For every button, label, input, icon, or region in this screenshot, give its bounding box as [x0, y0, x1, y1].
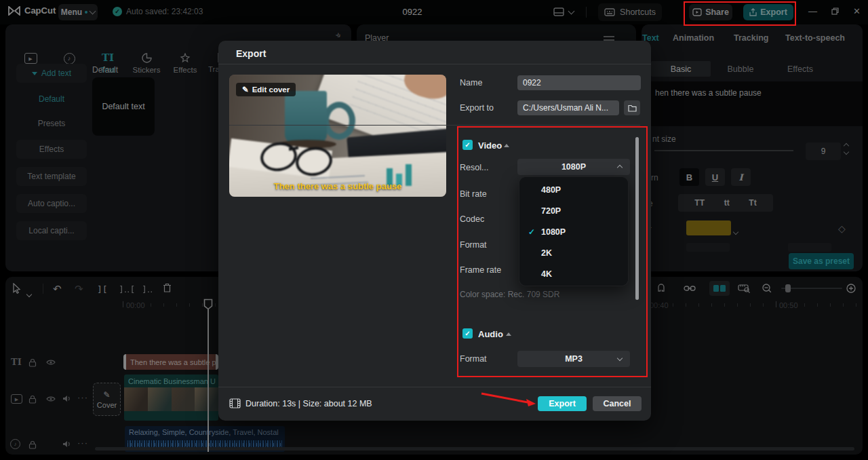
- top-bar: CapCut Menu ✓ Auto saved: 23:42:03 0922 …: [0, 0, 868, 24]
- playhead-handle[interactable]: [203, 299, 213, 310]
- titlecase-button[interactable]: Tt: [749, 198, 756, 208]
- color-swatch[interactable]: [686, 221, 731, 235]
- delete-tool[interactable]: [163, 283, 172, 292]
- menu-item-2k[interactable]: 2K: [519, 242, 628, 263]
- lock-icon[interactable]: [28, 395, 37, 404]
- audio-checkbox[interactable]: ✓: [462, 328, 473, 339]
- subtab-effects[interactable]: Effects: [770, 61, 830, 77]
- keyframe-diamond-icon[interactable]: ◇: [838, 223, 846, 234]
- sidebar-item-default[interactable]: Default: [16, 90, 87, 109]
- section-title: Default: [92, 65, 118, 75]
- more-icon[interactable]: ···: [77, 392, 88, 402]
- video-checkbox[interactable]: ✓: [462, 140, 473, 150]
- cover-caption: Then there was a subtle pause: [229, 181, 446, 191]
- ruler-label-0050: 00:50: [779, 301, 798, 309]
- menu-button[interactable]: Menu: [58, 4, 98, 20]
- audio-format-dropdown[interactable]: MP3: [517, 351, 630, 367]
- sidebar-item-text-template[interactable]: Text template: [16, 167, 87, 186]
- stroke-swatch[interactable]: [686, 243, 730, 252]
- menu-item-4k[interactable]: 4K: [519, 263, 628, 284]
- select-tool-chevron[interactable]: [27, 287, 31, 299]
- background-swatch[interactable]: [788, 243, 831, 252]
- default-text-card[interactable]: Default text: [92, 77, 155, 136]
- select-tool[interactable]: [12, 283, 21, 294]
- minimize-button[interactable]: —: [808, 6, 817, 16]
- inspector-tab-tts[interactable]: Text-to-speech: [785, 33, 845, 43]
- lock-icon[interactable]: [28, 358, 37, 367]
- delete-left-tool[interactable]: ]‥[: [119, 284, 135, 294]
- tab-stickers[interactable]: Stickers: [128, 53, 165, 74]
- italic-button[interactable]: I: [731, 168, 751, 186]
- export-path-input[interactable]: C:/Users/Usman Ali N...: [517, 100, 619, 115]
- zoom-slider-handle[interactable]: [785, 284, 791, 292]
- shortcuts-button[interactable]: Shortcuts: [598, 3, 662, 21]
- playhead-line[interactable]: [208, 307, 209, 452]
- inspector-tab-animation[interactable]: Animation: [673, 33, 714, 43]
- preview-axis-tool[interactable]: [738, 284, 751, 293]
- text-content-area[interactable]: hen there was a subtle pause: [644, 81, 863, 126]
- timeline-cover-button[interactable]: ✎ Cover: [93, 383, 121, 416]
- case-button-group[interactable]: TT tt Tt: [678, 194, 773, 212]
- subtab-basic[interactable]: Basic: [651, 61, 711, 77]
- eye-icon[interactable]: [46, 396, 56, 402]
- collapse-chevron-icon[interactable]: »: [334, 30, 344, 41]
- undo-button[interactable]: ↶: [53, 283, 62, 295]
- sidebar-item-effects[interactable]: Effects: [16, 140, 87, 159]
- color-dropdown-chevron[interactable]: [734, 225, 738, 237]
- font-size-stepper[interactable]: [844, 144, 848, 154]
- zoom-out-button[interactable]: [762, 284, 772, 293]
- font-size-input[interactable]: 9: [806, 142, 841, 160]
- mute-icon[interactable]: [62, 440, 71, 448]
- sidebar-item-presets[interactable]: Presets: [16, 114, 87, 133]
- split-tool[interactable]: ][: [97, 284, 108, 294]
- dialog-scrollbar[interactable]: [635, 137, 639, 300]
- name-input[interactable]: 0922: [517, 75, 641, 90]
- lowercase-button[interactable]: tt: [724, 198, 730, 208]
- export-button-top[interactable]: Export: [743, 4, 793, 20]
- player-menu-icon[interactable]: [604, 36, 614, 37]
- close-button[interactable]: ✕: [853, 6, 861, 16]
- check-circle-icon: ✓: [113, 7, 122, 16]
- layout-switcher[interactable]: [553, 7, 574, 16]
- eye-icon[interactable]: [46, 359, 56, 366]
- auto-cut-toggle[interactable]: [709, 281, 730, 296]
- menu-item-1080p[interactable]: ✓ 1080P: [519, 221, 628, 242]
- sidebar-label: Presets: [38, 119, 66, 128]
- tab-effects[interactable]: Effects: [167, 53, 203, 74]
- uppercase-button[interactable]: TT: [694, 198, 705, 208]
- restore-button[interactable]: [831, 7, 839, 15]
- sidebar-item-local-captions[interactable]: Local capti...: [16, 221, 87, 240]
- resolution-dropdown[interactable]: 1080P: [517, 159, 630, 175]
- audio-section-title: Audio: [478, 329, 503, 339]
- edit-cover-button[interactable]: ✎ Edit cover: [236, 83, 296, 96]
- font-size-slider[interactable]: [654, 150, 793, 151]
- menu-item-720p[interactable]: 720P: [519, 200, 628, 221]
- more-icon[interactable]: ···: [77, 438, 88, 448]
- collapse-audio-icon[interactable]: [506, 332, 511, 336]
- text-clip[interactable]: Then there was a subtle p: [123, 354, 218, 370]
- ruler-label-0040: 00:40: [650, 301, 669, 309]
- underline-button[interactable]: U: [705, 168, 725, 186]
- dialog-export-button[interactable]: Export: [538, 396, 587, 411]
- timeline-hscrollbar[interactable]: [95, 447, 854, 451]
- sidebar-item-auto-captions[interactable]: Auto captio...: [16, 194, 87, 213]
- mute-icon[interactable]: [62, 395, 71, 402]
- share-button[interactable]: Share: [689, 4, 732, 20]
- collapse-video-icon[interactable]: [504, 144, 509, 147]
- browse-folder-button[interactable]: [624, 100, 640, 115]
- framerate-label: Frame rate: [460, 265, 501, 275]
- bold-button[interactable]: B: [679, 168, 699, 186]
- redo-button[interactable]: ↷: [75, 283, 83, 295]
- link-tool[interactable]: [684, 285, 696, 292]
- zoom-in-button[interactable]: [846, 284, 856, 293]
- inspector-tab-tracking[interactable]: Tracking: [734, 33, 768, 43]
- menu-item-480p[interactable]: 480P: [519, 179, 628, 200]
- subtab-bubble[interactable]: Bubble: [711, 61, 770, 77]
- save-as-preset-button[interactable]: Save as preset: [789, 253, 854, 269]
- delete-right-tool[interactable]: ]‥: [142, 284, 153, 294]
- snap-tool[interactable]: [656, 283, 667, 293]
- lock-icon[interactable]: [28, 440, 37, 449]
- sidebar-item-add-text[interactable]: Add text: [16, 64, 87, 83]
- video-clip[interactable]: Cinematic Businessman U: [124, 375, 218, 421]
- dialog-cancel-button[interactable]: Cancel: [593, 396, 642, 411]
